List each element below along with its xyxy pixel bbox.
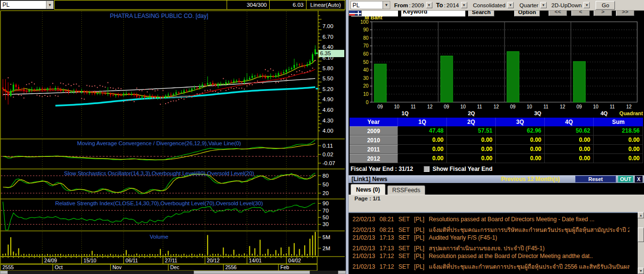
scroll-right-button[interactable] [338, 271, 346, 274]
column-header[interactable]: Year [350, 118, 398, 126]
news-item[interactable]: 21/02/1317:13SET[PL]Audited Yearly F/S (… [353, 234, 629, 244]
news-symbol: [PL] [414, 227, 424, 233]
view-select[interactable]: 2D-UpDown [551, 2, 583, 8]
period-select[interactable]: Quarter [519, 2, 539, 8]
svg-text:6.40: 6.40 [322, 44, 333, 50]
table-row[interactable]: 200947.4857.5162.9650.62218.56 [350, 126, 643, 136]
news-time: 17:13 [380, 245, 394, 252]
svg-text:5.50: 5.50 [322, 76, 333, 81]
svg-text:12: 12 [493, 104, 499, 109]
news-time: 17:12 [380, 263, 394, 270]
svg-text:90: 90 [363, 27, 369, 32]
svg-text:11: 11 [610, 104, 615, 109]
news-symbol: [PL] [414, 253, 424, 259]
column-header[interactable]: 3Q [496, 118, 545, 126]
show-fiscal-checkbox[interactable] [424, 166, 429, 172]
table-row[interactable]: 20120.000.000.000.000.00 [350, 154, 643, 163]
column-header[interactable]: 4Q [545, 118, 594, 126]
statement-select[interactable]: Consolidated [472, 2, 506, 8]
svg-text:2Q: 2Q [468, 110, 475, 116]
news-headline: แจ้งมติที่ประชุมและกำหนดการประชุมผู้ถือห… [429, 263, 629, 270]
news-date: 21/02/13 [353, 245, 375, 252]
svg-text:Oct: Oct [55, 264, 62, 270]
svg-text:7.00: 7.00 [322, 23, 333, 29]
svg-text:04/02: 04/02 [288, 258, 301, 263]
svg-text:6.70: 6.70 [322, 34, 333, 40]
table-row[interactable]: 20110.000.000.000.000.00 [350, 145, 643, 154]
svg-text:11: 11 [411, 104, 416, 109]
svg-text:70: 70 [363, 43, 369, 48]
stochastics-panel-label: Slow Stochastics Oscillator(14,3,3),Over… [0, 170, 318, 176]
chart-horizontal-scrollbar[interactable] [0, 271, 346, 274]
year-cell: 2009 [350, 126, 398, 136]
tab-rssfeeds[interactable]: RSSFeeds [387, 185, 425, 195]
news-item[interactable]: 21/02/1317:13SET[PL]สรุปผลการดำเนินงานขอ… [353, 244, 629, 253]
chevron-down-icon[interactable]: ▼ [461, 2, 467, 8]
tab-news[interactable]: News (0) [351, 184, 385, 195]
svg-text:80: 80 [322, 173, 329, 179]
news-list: 22/02/1308:21SET[PL]Resolutions passed a… [349, 212, 644, 274]
chevron-down-icon[interactable]: ▼ [383, 1, 390, 9]
value-cell: 0.00 [496, 154, 545, 163]
page-indicator: Page : 1/1 [354, 196, 381, 201]
svg-text:06/11: 06/11 [125, 258, 138, 263]
out-button[interactable]: OUT [618, 176, 633, 183]
to-year-select[interactable]: 2014 [445, 2, 460, 8]
symbol-combobox[interactable]: PL ▼ [0, 0, 54, 9]
chevron-down-icon[interactable]: ▼ [540, 2, 547, 8]
svg-text:3Q: 3Q [534, 110, 541, 116]
news-headline: Resolution passed at the Board of Direct… [429, 253, 593, 259]
scale-mode-cell[interactable]: Linear(Auto) [306, 0, 345, 10]
svg-text:Nov: Nov [112, 264, 122, 270]
svg-text:20/12: 20/12 [207, 258, 219, 263]
news-window-titlebar[interactable]: [Link1] News Previous 12 Month(s) Reset … [349, 175, 644, 183]
news-source: SET [399, 245, 410, 252]
news-date: 22/02/13 [353, 216, 375, 223]
svg-text:09: 09 [510, 104, 516, 109]
scrollbar-thumb[interactable] [638, 228, 644, 242]
news-item[interactable]: 21/02/1317:12SET[PL]Resolution passed at… [353, 253, 629, 262]
column-header[interactable]: Sum [594, 118, 643, 126]
chevron-down-icon[interactable]: ▼ [507, 2, 514, 8]
fiscal-year-bar: Fiscal Year End : 31/12 Show Fiscal Year… [349, 164, 644, 174]
news-symbol: [PL] [414, 234, 424, 241]
news-date: 22/02/13 [353, 227, 375, 233]
table-row[interactable]: 20100.000.000.000.000.00 [350, 136, 643, 145]
from-year-select[interactable]: 2009 [411, 2, 425, 8]
reset-button[interactable]: Reset [575, 176, 616, 183]
year-cell: 2011 [350, 145, 398, 154]
close-icon[interactable]: X [635, 176, 643, 183]
news-scrollbar[interactable]: ▲ ▼ [638, 212, 644, 274]
column-header[interactable]: 1Q [398, 118, 447, 126]
table-header-row: Year 1Q 2Q 3Q 4Q Sum [350, 118, 643, 126]
panel-divider[interactable] [346, 0, 349, 274]
chevron-down-icon[interactable]: ▼ [46, 1, 53, 9]
news-source: SET [399, 263, 410, 270]
news-symbol: [PL] [414, 263, 424, 270]
fundamental-symbol-combobox[interactable]: PL ▼ [351, 1, 390, 9]
value-cell: 50.62 [545, 126, 594, 136]
news-time: 08:21 [380, 216, 394, 223]
value-cell: 0.00 [398, 145, 447, 154]
scrollbar-thumb[interactable] [194, 271, 310, 274]
news-item[interactable]: 22/02/1308:21SET[PL]Resolutions passed a… [353, 216, 629, 225]
go-button[interactable]: Go [596, 1, 615, 10]
svg-text:30: 30 [322, 221, 329, 227]
news-item[interactable]: 21/02/1317:12SET[PL]แจ้งมติที่ประชุมและก… [353, 262, 629, 271]
news-time: 17:12 [380, 253, 394, 259]
scroll-up-button[interactable]: ▲ [638, 212, 644, 218]
value-cell: 0.00 [447, 154, 496, 163]
news-headline: แจ้งมติที่ประชุมคณะกรรมการบริษัทและกำหนด… [429, 227, 629, 233]
scroll-down-button[interactable]: ▼ [638, 268, 644, 274]
chevron-down-icon[interactable]: ▼ [583, 2, 590, 8]
news-headline: Audited Yearly F/S (F45-1) [429, 234, 497, 241]
svg-text:-0.07: -0.07 [322, 160, 335, 166]
chevron-down-icon[interactable]: ▼ [426, 2, 432, 8]
news-item[interactable]: 22/02/1308:21SET[PL]แจ้งมติที่ประชุมคณะก… [353, 225, 629, 234]
column-header[interactable]: 2Q [447, 118, 496, 126]
svg-text:11: 11 [543, 104, 549, 109]
scroll-left-button[interactable] [0, 271, 8, 274]
svg-text:30: 30 [363, 76, 369, 81]
svg-text:4.90: 4.90 [322, 96, 333, 102]
last-price-tag: 6.35 [319, 50, 344, 57]
